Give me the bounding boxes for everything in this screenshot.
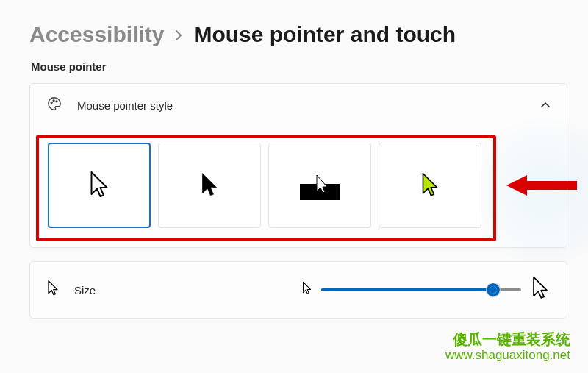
slider-thumb[interactable] bbox=[486, 283, 501, 297]
pointer-style-option-black[interactable] bbox=[158, 143, 261, 228]
settings-page: Accessibility Mouse pointer and touch Mo… bbox=[0, 0, 588, 319]
pointer-style-options-region bbox=[30, 127, 567, 247]
pointer-style-options-row bbox=[43, 132, 553, 232]
chevron-up-icon bbox=[540, 100, 551, 110]
watermark-text-line2: www.shaguaxitong.net bbox=[445, 348, 570, 363]
breadcrumb: Accessibility Mouse pointer and touch bbox=[29, 22, 567, 47]
cursor-inverted-icon bbox=[293, 168, 347, 203]
pointer-style-option-inverted[interactable] bbox=[268, 143, 371, 228]
cursor-white-icon bbox=[87, 170, 112, 201]
mouse-pointer-style-title: Mouse pointer style bbox=[77, 99, 526, 112]
pointer-size-slider-group bbox=[301, 275, 551, 305]
cursor-custom-color-icon bbox=[419, 171, 441, 199]
pointer-size-label: Size bbox=[74, 284, 96, 296]
cursor-small-icon bbox=[46, 280, 60, 300]
pointer-style-option-custom[interactable] bbox=[379, 143, 481, 228]
mouse-pointer-style-header[interactable]: Mouse pointer style bbox=[30, 84, 567, 127]
chevron-right-icon bbox=[174, 28, 183, 45]
svg-marker-4 bbox=[506, 175, 577, 196]
mouse-pointer-style-card: Mouse pointer style bbox=[29, 83, 567, 248]
watermark: 傻瓜一键重装系统 www.shaguaxitong.net bbox=[445, 330, 570, 363]
palette-icon bbox=[46, 96, 62, 115]
svg-point-2 bbox=[56, 101, 57, 102]
svg-point-1 bbox=[53, 100, 54, 102]
cursor-min-icon bbox=[301, 281, 312, 299]
svg-point-0 bbox=[51, 102, 52, 103]
page-title: Mouse pointer and touch bbox=[193, 22, 456, 47]
watermark-text-line1: 傻瓜一键重装系统 bbox=[445, 330, 570, 348]
section-heading-mouse-pointer: Mouse pointer bbox=[31, 60, 567, 73]
annotation-arrow-icon bbox=[506, 174, 577, 197]
cursor-max-icon bbox=[530, 275, 551, 305]
cursor-black-icon bbox=[198, 171, 220, 199]
pointer-size-slider[interactable] bbox=[321, 288, 521, 291]
breadcrumb-parent-link[interactable]: Accessibility bbox=[29, 22, 164, 47]
pointer-size-card: Size bbox=[29, 261, 567, 319]
pointer-style-option-white[interactable] bbox=[48, 143, 151, 228]
